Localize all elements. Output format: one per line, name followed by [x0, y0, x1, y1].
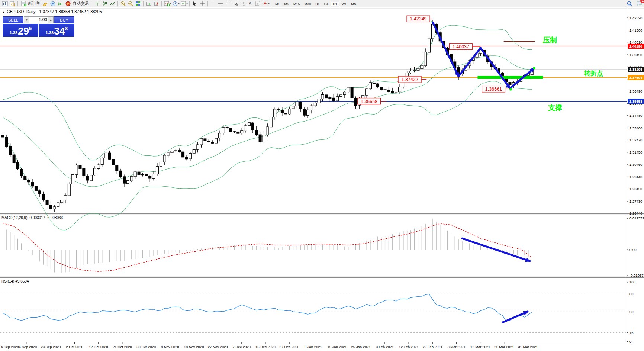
date-label: 22 Feb 2021: [423, 345, 442, 349]
candle-body: [86, 176, 89, 180]
sell-price-small: 1.38: [10, 30, 17, 35]
candle-body: [196, 145, 199, 149]
one-click-trading-panel: SELL ▼ 1.00 ▲ BUY 1.38 29 5 1.38 34 8: [3, 16, 74, 37]
candle-body: [108, 153, 111, 159]
candle-body: [329, 98, 331, 99]
candle-body: [215, 138, 218, 143]
rsi-label: RSI(14) 49.6694: [1, 279, 29, 283]
candle-body: [119, 171, 122, 177]
macd-tick-label: -0.010374: [629, 273, 644, 277]
price-label-text: 1.40037: [453, 44, 469, 49]
sell-price-display[interactable]: 1.38 29 5: [3, 24, 38, 37]
candle-body: [413, 70, 416, 71]
price-tick-label: 1.42520: [629, 16, 642, 20]
candle-body: [263, 135, 265, 142]
candle-body: [160, 162, 162, 166]
buy-button[interactable]: BUY: [54, 16, 74, 23]
candle-body: [189, 153, 191, 159]
date-label: 25 Jan 2021: [351, 345, 371, 349]
candle-body: [104, 153, 107, 158]
candle-body: [307, 110, 309, 115]
volume-increase-button[interactable]: ▲: [48, 17, 53, 23]
candle-body: [68, 184, 70, 196]
date-label: 18 Nov 2020: [184, 345, 204, 349]
rsi-tick-label: 100: [629, 280, 635, 284]
candle-body: [97, 165, 100, 168]
candle-body: [399, 87, 401, 92]
date-label: 3 Feb 2021: [376, 345, 394, 349]
candle-body: [380, 87, 383, 90]
candle-body: [428, 39, 431, 52]
price-badge-text: 1.38295: [629, 67, 643, 71]
macd-panel: 0.0123720.00-0.010374: [3, 216, 644, 277]
candle-body: [90, 175, 93, 181]
candle-body: [292, 106, 294, 109]
candle-body: [229, 128, 232, 132]
candle-body: [31, 182, 34, 186]
candle-body: [332, 98, 335, 101]
volume-value[interactable]: 1.00: [29, 17, 48, 23]
candle-body: [255, 130, 258, 135]
chart-title: ▲GBPUSD-,Daily1.37847 1.38358 1.37452 1.…: [2, 9, 102, 14]
date-axis[interactable]: 4 Sep 202014 Sep 202023 Sep 20202 Oct 20…: [1, 342, 538, 349]
candle-body: [336, 97, 339, 101]
volume-decrease-button[interactable]: ▼: [24, 17, 29, 23]
candle-body: [366, 89, 368, 95]
candle-body: [46, 200, 48, 205]
price-tick-label: 1.34480: [629, 113, 642, 117]
price-tick-label: 1.36490: [629, 89, 642, 93]
candle-body: [112, 159, 115, 165]
candle-body: [303, 109, 306, 115]
candle-body: [134, 172, 136, 177]
price-axis[interactable]: 1.425201.415001.405101.394901.385001.374…: [627, 16, 644, 215]
candle-body: [248, 123, 250, 126]
date-label: 9 Nov 2020: [161, 345, 179, 349]
price-label-text: 1.35658: [361, 99, 377, 104]
candle-body: [299, 102, 302, 109]
chart-canvas[interactable]: 1.423491.400371.374221.366611.35658 0.01…: [0, 0, 644, 351]
candle-body: [186, 158, 188, 159]
main-chart-plot-area[interactable]: [0, 8, 627, 213]
candle-body: [24, 176, 26, 180]
macd-tick-label: 0.012372: [629, 216, 644, 220]
date-label: 4 Sep 2020: [1, 345, 19, 349]
candle-body: [277, 110, 280, 110]
candle-body: [5, 137, 8, 146]
date-label: 3 Mar 2021: [447, 345, 465, 349]
candle-body: [174, 151, 177, 151]
candle-body: [116, 165, 118, 171]
candle-body: [343, 92, 346, 95]
price-badge-text: 1.35658: [629, 99, 642, 103]
price-tick-label: 1.29440: [629, 175, 642, 179]
macd-trend-arrow: [462, 238, 530, 261]
candle-body: [53, 207, 56, 209]
price-tick-label: 1.28450: [629, 187, 642, 191]
candle-body: [167, 153, 170, 155]
date-label: 22 Mar 2021: [494, 345, 514, 349]
candle-body: [318, 99, 320, 103]
sell-button[interactable]: SELL: [3, 16, 23, 23]
candle-body: [94, 168, 96, 175]
candle-body: [325, 95, 328, 98]
rsi-tick-label: 50: [629, 310, 634, 314]
price-label-text: 1.36661: [485, 87, 502, 92]
date-label: 30 Oct 2020: [136, 345, 156, 349]
candle-body: [417, 68, 419, 70]
price-tick-label: 1.30460: [629, 162, 642, 167]
candle-body: [35, 186, 37, 191]
date-label: 6 Jan 2021: [305, 345, 322, 349]
candle-body: [145, 174, 148, 176]
candle-body: [391, 91, 394, 93]
candle-body: [28, 180, 30, 182]
candle-body: [424, 52, 427, 66]
candle-body: [38, 191, 41, 194]
candle-body: [373, 83, 375, 84]
buy-price-sup: 8: [65, 26, 68, 31]
buy-price-display[interactable]: 1.38 34 8: [39, 24, 74, 37]
candle-body: [369, 83, 372, 89]
date-label: 12 Mar 2021: [470, 345, 490, 349]
volume-control: ▼ 1.00 ▲: [24, 16, 54, 23]
candle-body: [200, 138, 203, 145]
candle-body: [376, 84, 379, 87]
collapse-one-click-icon[interactable]: ▲: [2, 10, 5, 14]
